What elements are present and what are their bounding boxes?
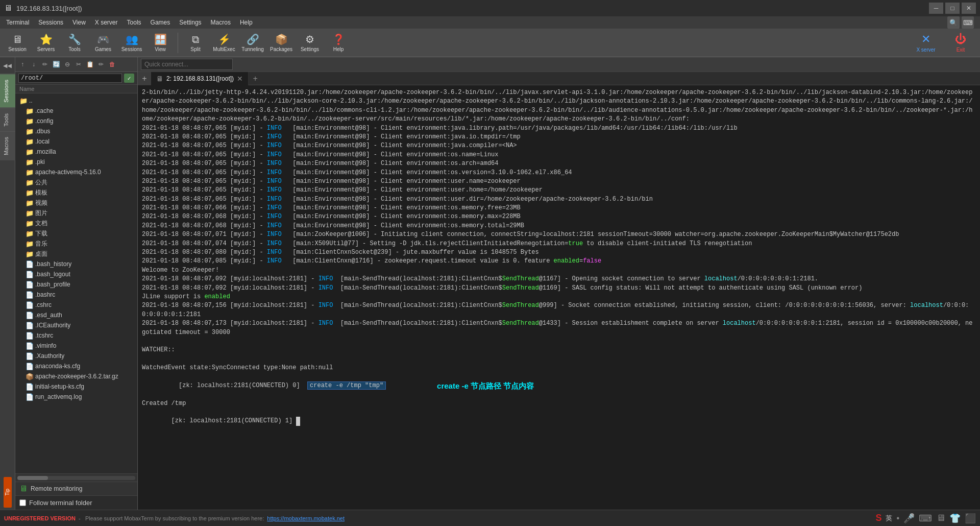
file-toolbar: ↑ ↓ ✏ 🔄 ⊖ ✂ 📋 ✏ 🗑 [15, 57, 137, 72]
toolbar-view-button[interactable]: 🪟 View [147, 31, 174, 55]
new-tab-right-button[interactable]: + [249, 72, 262, 85]
menu-tools[interactable]: Tools [123, 18, 145, 27]
path-input[interactable] [18, 74, 122, 83]
sidebar-tab-tools[interactable]: Tools [0, 108, 15, 132]
file-up-button[interactable]: ↑ [17, 59, 28, 69]
tree-item-zookeeper-tar[interactable]: 📦 apache-zookeeper-3.6.2.tar.gz [15, 371, 137, 381]
menu-xserver[interactable]: X server [91, 18, 122, 27]
toolbar-sessions-button[interactable]: 👥 Sessions [118, 31, 145, 55]
app-icon: 🖥 [4, 4, 12, 13]
sidebar-tab-macros[interactable]: Macros [0, 131, 15, 160]
tree-item-downloads[interactable]: 📁 下载 [15, 228, 137, 238]
tree-item-initial-setup-label: initial-setup-ks.cfg [35, 383, 84, 390]
close-button[interactable]: ✕ [962, 3, 976, 14]
path-ok-button[interactable]: ✓ [124, 74, 134, 83]
toolbar-session-button[interactable]: 🖥 Session [4, 31, 31, 55]
terminal-content[interactable]: 2-bin/bin/../lib/jetty-http-9.4.24.v2019… [138, 85, 980, 510]
toolbar-servers-button[interactable]: ⭐ Servers [33, 31, 59, 55]
tree-item-public-label: 公共 [35, 178, 47, 187]
tree-item-parent[interactable]: 📁 .. [15, 95, 137, 106]
file-stop-button[interactable]: ⊖ [62, 59, 72, 69]
maximize-button[interactable]: □ [945, 3, 960, 14]
tree-item-local[interactable]: 📁 .local [15, 136, 137, 147]
tree-item-bash-history[interactable]: 📄 .bash_history [15, 259, 137, 269]
tab-close-button-1[interactable]: ✕ [237, 75, 243, 83]
tree-item-ice-authority[interactable]: 📄 .ICEauthority [15, 320, 137, 330]
file-copy-button[interactable]: 📋 [85, 59, 95, 69]
tree-item-templates[interactable]: 📁 模板 [15, 187, 137, 198]
toolbar-packages-button[interactable]: 📦 Packages [268, 31, 295, 55]
toolbar-games-button[interactable]: 🎮 Games [90, 31, 116, 55]
toolbar-xserver-button[interactable]: ✕ X server [911, 31, 941, 55]
menu-help[interactable]: Help [236, 18, 257, 27]
tree-item-videos[interactable]: 📁 视频 [15, 198, 137, 208]
tree-item-public[interactable]: 📁 公共 [15, 177, 137, 187]
tree-item-mozilla[interactable]: 📁 .mozilla [15, 147, 137, 157]
file-refresh-button[interactable]: 🔄 [51, 59, 61, 69]
toolbar-exit-button[interactable]: ⏻ Exit [945, 31, 976, 55]
tree-item-music[interactable]: 📁 音乐 [15, 238, 137, 249]
menu-settings[interactable]: Settings [175, 18, 205, 27]
tree-item-cache[interactable]: 📁 .cache [15, 106, 137, 116]
window-title: 192.168.83.131([root]) [16, 5, 82, 12]
terminal-line: 2021-01-18 08:48:07,092 [myid:localhost:… [142, 284, 976, 293]
follow-terminal-checkbox[interactable] [19, 499, 26, 506]
minimize-button[interactable]: ─ [929, 3, 943, 14]
tree-item-desktop[interactable]: 📁 桌面 [15, 249, 137, 259]
tab-terminal-icon: 🖥 [156, 75, 163, 83]
toolbar-help-button[interactable]: ❓ Help [325, 31, 352, 55]
collapse-btn[interactable]: ◀◀ [1, 59, 14, 72]
tree-item-bashrc[interactable]: 📄 .bashrc [15, 290, 137, 300]
status-link[interactable]: https://mobaxterm.mobatek.net [267, 515, 345, 521]
toolbar-multiexec-button[interactable]: ⚡ MultiExec [211, 31, 237, 55]
horizontal-scrollbar[interactable] [17, 476, 135, 480]
tree-item-viminfo[interactable]: 📄 .viminfo [15, 341, 137, 351]
file-edit-button[interactable]: ✏ [40, 59, 50, 69]
tree-item-activemq[interactable]: 📁 apache-activemq-5.16.0 [15, 167, 137, 177]
menu-terminal[interactable]: Terminal [2, 18, 33, 27]
main-area: ◀◀ Sessions Tools Macros Tip ↑ ↓ ✏ 🔄 ⊖ ✂… [0, 57, 980, 510]
sidebar-tab-sessions[interactable]: Sessions [0, 74, 15, 108]
tree-item-run-activemq[interactable]: 📄 run_activemq.log [15, 392, 137, 402]
tab-item-1[interactable]: 🖥 2: 192.168.83.131([root]) ✕ [151, 72, 249, 85]
toolbar-split-button[interactable]: ⧉ Split [182, 31, 209, 55]
tab-bar: + 🖥 2: 192.168.83.131([root]) ✕ + [138, 72, 980, 85]
menu-view[interactable]: View [68, 18, 90, 27]
exit-label: Exit [957, 47, 965, 53]
tree-item-config[interactable]: 📁 .config [15, 116, 137, 126]
tree-item-pictures[interactable]: 📁 图片 [15, 208, 137, 218]
tree-item-anaconda-ks[interactable]: 📄 anaconda-ks.cfg [15, 361, 137, 371]
tip-tab[interactable]: Tip [4, 477, 12, 508]
keyboard-icon[interactable]: ⌨ [962, 16, 974, 29]
toolbar-tools-button[interactable]: 🔧 Tools [61, 31, 88, 55]
tree-item-tcshrc[interactable]: 📄 .tcshrc [15, 330, 137, 341]
quick-connect-input[interactable] [141, 59, 233, 70]
file-ice-authority-icon: 📄 [26, 322, 34, 329]
tree-item-esd-auth[interactable]: 📄 .esd_auth [15, 310, 137, 320]
tree-item-xauthority[interactable]: 📄 .Xauthority [15, 351, 137, 361]
tree-item-initial-setup[interactable]: 📄 initial-setup-ks.cfg [15, 381, 137, 392]
file-down-button[interactable]: ↓ [29, 59, 39, 69]
tree-item-bash-logout[interactable]: 📄 .bash_logout [15, 269, 137, 279]
menu-macros[interactable]: Macros [207, 18, 235, 27]
scrollbar-thumb[interactable] [17, 476, 48, 480]
toolbar-settings-button[interactable]: ⚙ Settings [297, 31, 323, 55]
file-rename-button[interactable]: ✏ [96, 59, 106, 69]
tree-item-pki[interactable]: 📁 .pki [15, 157, 137, 167]
new-tab-left-button[interactable]: + [138, 72, 151, 85]
tree-item-cshrc[interactable]: 📄 .cshrc [15, 300, 137, 310]
tree-item-documents[interactable]: 📁 文档 [15, 218, 137, 228]
tree-item-bash-profile[interactable]: 📄 .bash_profile [15, 279, 137, 290]
terminal-command-line: [zk: localhost:2181(CONNECTED) 0] create… [142, 373, 386, 399]
toolbar-tunneling-button[interactable]: 🔗 Tunneling [239, 31, 266, 55]
terminal-line: 2021-01-18 08:48:07,074 [myid:] - INFO [… [142, 240, 976, 248]
menu-sessions[interactable]: Sessions [34, 18, 67, 27]
file-bash-logout-icon: 📄 [26, 271, 34, 278]
search-top-icon[interactable]: 🔍 [947, 16, 960, 29]
menu-games[interactable]: Games [146, 18, 175, 27]
toolbar-tunneling-label: Tunneling [241, 46, 264, 52]
file-cut-button[interactable]: ✂ [74, 59, 84, 69]
view-icon: 🪟 [154, 33, 167, 45]
tree-item-dbus[interactable]: 📁 .dbus [15, 126, 137, 136]
file-delete-button[interactable]: 🗑 [107, 59, 117, 69]
